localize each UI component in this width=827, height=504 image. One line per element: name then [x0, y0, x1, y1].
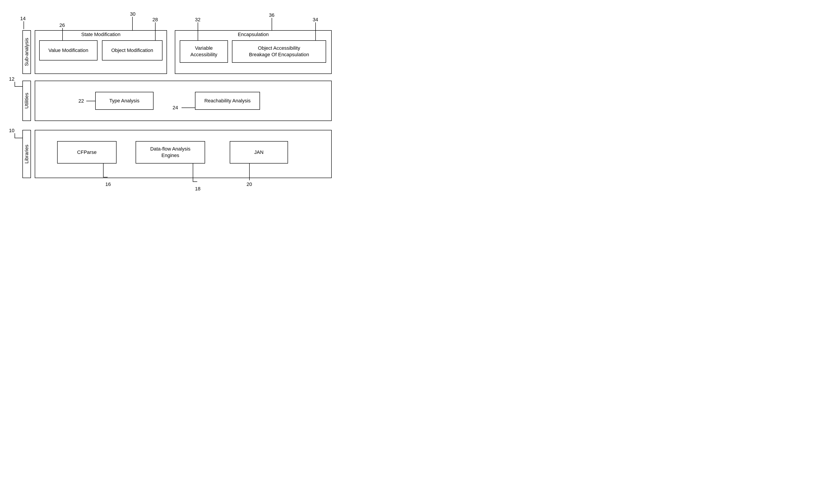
- callout-10: 10: [9, 128, 14, 134]
- leader-18h: [193, 182, 197, 182]
- callout-32: 32: [195, 17, 200, 22]
- row-label-sub-analysis: Sub-analysis: [22, 30, 31, 74]
- leader-20: [249, 163, 250, 180]
- leader-12v: [14, 82, 15, 86]
- leader-18v: [193, 163, 193, 182]
- box-reachability-analysis: Reachability Analysis: [195, 92, 260, 110]
- leader-36: [272, 18, 272, 30]
- callout-22: 22: [79, 98, 84, 104]
- leader-14: [23, 21, 24, 29]
- box-object-modification: Object Modification: [102, 40, 162, 60]
- architecture-diagram: Sub-analysis 14 State Modification 30 Va…: [9, 9, 345, 211]
- callout-36: 36: [269, 12, 274, 18]
- callout-34: 34: [313, 17, 318, 22]
- leader-28: [155, 22, 155, 40]
- leader-16h: [103, 177, 108, 178]
- callout-14: 14: [20, 16, 26, 21]
- callout-16: 16: [105, 182, 111, 187]
- leader-24: [182, 107, 195, 108]
- box-type-analysis: Type Analysis: [95, 92, 153, 110]
- box-dataflow-engines: Data-flow Analysis Engines: [136, 141, 205, 163]
- leader-34: [315, 22, 316, 40]
- callout-20: 20: [247, 182, 252, 187]
- group-title-encapsulation: Encapsulation: [175, 32, 331, 37]
- leader-10v: [14, 133, 15, 138]
- leader-12h: [14, 86, 22, 87]
- box-cfparse: CFParse: [57, 141, 116, 163]
- callout-18: 18: [195, 186, 200, 192]
- box-value-modification: Value Modification: [39, 40, 97, 60]
- callout-28: 28: [152, 17, 158, 22]
- leader-32: [198, 22, 198, 40]
- leader-22: [86, 101, 95, 101]
- callout-26: 26: [59, 22, 65, 28]
- leader-16v: [103, 163, 104, 177]
- callout-12: 12: [9, 76, 14, 82]
- box-jan: JAN: [230, 141, 288, 163]
- group-title-state-modification: State Modification: [35, 32, 166, 37]
- callout-30: 30: [130, 11, 135, 17]
- leader-30: [132, 17, 133, 30]
- box-object-accessibility: Object Accessibility Breakage Of Encapsu…: [232, 40, 326, 63]
- row-label-libraries: Libraries: [22, 130, 31, 178]
- box-variable-accessibility: Variable Accessibility: [180, 40, 228, 63]
- callout-24: 24: [173, 105, 178, 111]
- leader-26: [62, 28, 63, 40]
- leader-10h: [14, 138, 22, 138]
- row-label-utilities: Utilities: [22, 81, 31, 121]
